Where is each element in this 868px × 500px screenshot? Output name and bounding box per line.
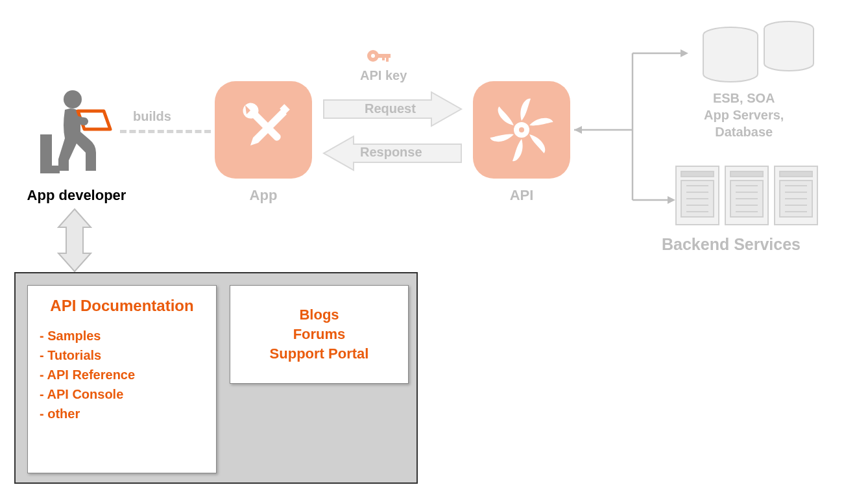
svg-point-5: [371, 54, 375, 58]
doc-item: API Console: [40, 384, 204, 404]
backend-line1: ESB, SOA: [704, 90, 784, 106]
svg-rect-29: [730, 171, 763, 177]
svg-marker-16: [681, 49, 688, 57]
svg-point-10: [519, 127, 524, 132]
app-label: App: [215, 187, 312, 204]
request-arrow: [321, 91, 464, 127]
backend-line3: Database: [704, 123, 784, 140]
community-line: Blogs: [270, 305, 369, 325]
svg-marker-15: [574, 126, 582, 134]
svg-point-0: [64, 90, 82, 108]
api-documentation-title: API Documentation: [40, 296, 204, 316]
svg-rect-37: [780, 171, 812, 177]
backend-top-text: ESB, SOA App Servers, Database: [704, 90, 784, 140]
api-documentation-card: API Documentation Samples Tutorials API …: [27, 285, 217, 473]
api-icon: [473, 81, 570, 179]
doc-item: Samples: [40, 326, 204, 345]
svg-rect-8: [382, 54, 385, 60]
response-arrow: [321, 135, 464, 171]
svg-rect-2: [40, 166, 60, 173]
api-key-label: API key: [360, 68, 407, 83]
doc-item: API Reference: [40, 365, 204, 384]
api-documentation-list: Samples Tutorials API Reference API Cons…: [40, 326, 204, 423]
developer-label: App developer: [25, 187, 128, 204]
developer-portal-connector: [52, 208, 97, 275]
backend-line2: App Servers,: [704, 106, 784, 123]
backend-connector: [574, 45, 691, 208]
servers-icon: [675, 162, 824, 236]
doc-item: Tutorials: [40, 345, 204, 365]
community-line: Support Portal: [270, 344, 369, 364]
portal-container: API Documentation Samples Tutorials API …: [14, 272, 418, 484]
svg-rect-1: [40, 134, 52, 166]
key-icon: [367, 47, 392, 69]
svg-rect-21: [681, 171, 714, 177]
builds-label: builds: [133, 109, 171, 124]
api-label: API: [473, 187, 570, 204]
developer-icon: [39, 88, 117, 179]
database-icon: [698, 19, 821, 87]
doc-item: other: [40, 404, 204, 423]
community-card: Blogs Forums Support Portal: [230, 285, 409, 384]
svg-rect-7: [386, 54, 389, 62]
community-line: Forums: [270, 325, 369, 344]
backend-services-label: Backend Services: [662, 235, 801, 254]
app-icon: [215, 81, 312, 179]
builds-connector: [120, 130, 211, 133]
